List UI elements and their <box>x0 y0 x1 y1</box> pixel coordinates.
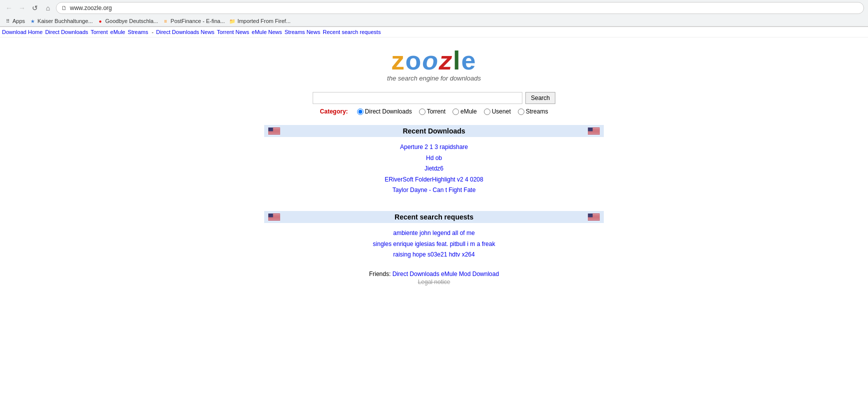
download-link-jietdz6[interactable]: Jietdz6 <box>264 164 604 174</box>
svg-rect-36 <box>268 218 280 218</box>
friends-label: Friends: <box>369 270 391 278</box>
download-link-eriversoft[interactable]: ERiverSoft FolderHighlight v2 4 0208 <box>264 174 604 186</box>
nav-torrent[interactable]: Torrent <box>90 29 107 35</box>
svg-rect-26 <box>588 134 599 134</box>
radio-usenet[interactable]: Usenet <box>484 108 511 115</box>
nav-streams[interactable]: Streams <box>128 29 148 35</box>
svg-rect-53 <box>588 220 599 220</box>
recent-downloads-header: Recent Downloads <box>264 125 604 137</box>
flag-right-downloads <box>588 128 600 134</box>
friends-emule-mod[interactable]: eMule Mod Download <box>441 270 499 278</box>
radio-streams[interactable]: Streams <box>518 108 548 115</box>
nav-streams-news[interactable]: Streams News <box>285 29 321 35</box>
bookmark-imported[interactable]: 📁 Imported From Firef... <box>229 18 290 24</box>
radio-torrent[interactable]: Torrent <box>419 108 445 115</box>
address-bar[interactable]: 🗋 www.zoozle.org <box>56 2 864 14</box>
search-link-ambiente[interactable]: ambiente john legend all of me <box>264 228 604 239</box>
radio-emule-label: eMule <box>460 108 477 115</box>
radio-direct-downloads-label: Direct Downloads <box>365 108 412 115</box>
flag-left-downloads <box>268 128 280 134</box>
radio-direct-downloads[interactable]: Direct Downloads <box>357 108 412 115</box>
browser-toolbar: ← → ↺ ⌂ 🗋 www.zoozle.org <box>0 0 868 16</box>
svg-rect-37 <box>268 218 280 219</box>
svg-rect-27 <box>588 128 592 132</box>
bookmark-goodbye[interactable]: ● Goodbye Deutschla... <box>97 18 158 24</box>
radio-streams-label: Streams <box>526 108 548 115</box>
bookmark-postfinance-label: PostFinance - E-fina... <box>171 18 225 24</box>
svg-rect-9 <box>268 132 280 133</box>
logo-text: zoozle <box>387 48 481 74</box>
download-link-taylor[interactable]: Taylor Dayne - Can t Fight Fate <box>264 185 604 196</box>
home-button[interactable]: ⌂ <box>43 3 53 13</box>
nav-direct-downloads-news[interactable]: Direct Downloads News <box>156 29 215 35</box>
svg-rect-55 <box>588 214 592 218</box>
category-label: Category: <box>320 108 348 115</box>
nav-torrent-news[interactable]: Torrent News <box>217 29 249 35</box>
radio-emule[interactable]: eMule <box>452 108 477 115</box>
svg-rect-52 <box>588 219 599 220</box>
logo-o2: o <box>422 46 439 75</box>
svg-rect-39 <box>268 220 280 220</box>
svg-rect-25 <box>588 134 599 134</box>
friends-direct-downloads[interactable]: Direct Downloads <box>393 270 439 278</box>
svg-rect-12 <box>268 134 280 134</box>
recent-searches-title: Recent search requests <box>280 213 588 221</box>
logo-z1: z <box>392 46 406 75</box>
bookmark-imported-label: Imported From Firef... <box>237 18 290 24</box>
search-box-container: Search <box>313 92 555 104</box>
bookmark-postfinance[interactable]: ≡ PostFinance - E-fina... <box>162 18 225 24</box>
svg-rect-49 <box>588 217 599 218</box>
download-link-hdob[interactable]: Hd ob <box>264 153 604 164</box>
logo-l: l <box>453 46 461 75</box>
svg-rect-38 <box>268 219 280 220</box>
back-button[interactable]: ← <box>4 3 14 13</box>
search-link-raising[interactable]: raising hope s03e21 hdtv x264 <box>264 250 604 260</box>
category-container: Category: Direct Downloads Torrent eMule… <box>320 108 548 115</box>
download-link-aperture[interactable]: Aperture 2 1 3 rapidshare <box>264 142 604 153</box>
legal-notice: Legal notice <box>369 278 499 286</box>
refresh-button[interactable]: ↺ <box>30 3 40 13</box>
logo-e: e <box>461 46 477 75</box>
nav-recent-search[interactable]: Recent search requests <box>323 29 381 35</box>
apps-icon: ⠿ <box>4 18 11 24</box>
friends-section: Friends: Direct Downloads eMule Mod Down… <box>369 270 499 286</box>
search-button[interactable]: Search <box>525 92 555 104</box>
kaiser-icon: ★ <box>29 18 36 24</box>
url-text: www.zoozle.org <box>70 4 112 12</box>
svg-rect-35 <box>268 217 280 218</box>
bookmarks-bar: ⠿ Apps ★ Kaiser Buchhaltunge... ● Goodby… <box>0 16 868 26</box>
logo-o1: o <box>406 46 423 75</box>
logo-tagline: the search engine for downloads <box>387 74 481 82</box>
nav-emule[interactable]: eMule <box>110 29 125 35</box>
svg-rect-11 <box>268 134 280 134</box>
nav-separator: - <box>152 29 155 35</box>
page-icon: 🗋 <box>61 5 67 11</box>
nav-bar: Download Home Direct Downloads Torrent e… <box>0 27 868 38</box>
svg-rect-10 <box>268 133 280 134</box>
recent-downloads-links: Aperture 2 1 3 rapidshare Hd ob Jietdz6 … <box>264 137 604 201</box>
logo: zoozle the search engine for downloads <box>387 48 481 82</box>
svg-rect-54 <box>588 220 599 220</box>
browser-chrome: ← → ↺ ⌂ 🗋 www.zoozle.org ⠿ Apps ★ Kaiser… <box>0 0 868 27</box>
svg-rect-22 <box>588 132 599 132</box>
nav-direct-downloads[interactable]: Direct Downloads <box>45 29 88 35</box>
bookmark-kaiser[interactable]: ★ Kaiser Buchhaltunge... <box>29 18 93 24</box>
svg-rect-7 <box>268 132 280 132</box>
bookmark-apps[interactable]: ⠿ Apps <box>4 18 25 24</box>
flag-right-searches <box>588 214 600 220</box>
imported-icon: 📁 <box>229 18 236 24</box>
svg-rect-51 <box>588 218 599 219</box>
nav-emule-news[interactable]: eMule News <box>252 29 282 35</box>
svg-rect-50 <box>588 218 599 218</box>
nav-download-home[interactable]: Download Home <box>2 29 42 35</box>
logo-z2: z <box>439 46 453 75</box>
search-link-singles[interactable]: singles enrique iglesias feat. pitbull i… <box>264 239 604 250</box>
recent-searches-links: ambiente john legend all of me singles e… <box>264 223 604 266</box>
svg-rect-41 <box>268 214 273 218</box>
postfinance-icon: ≡ <box>162 18 169 24</box>
forward-button[interactable]: → <box>17 3 27 13</box>
svg-rect-8 <box>268 132 280 132</box>
svg-rect-13 <box>268 128 273 132</box>
bookmark-kaiser-label: Kaiser Buchhaltunge... <box>37 18 93 24</box>
search-input[interactable] <box>313 92 522 104</box>
